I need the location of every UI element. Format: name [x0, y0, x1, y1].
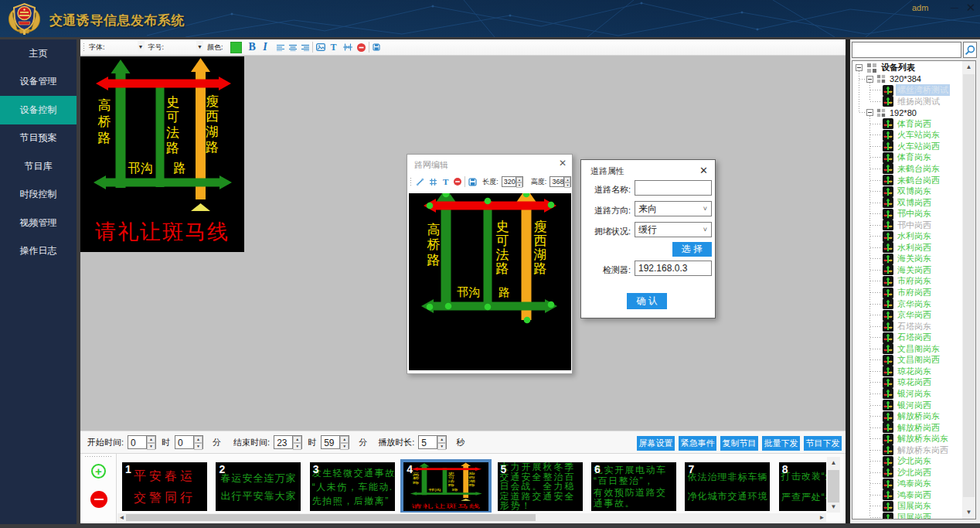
road-name-input[interactable] [635, 180, 712, 196]
tree-device-item[interactable]: 水利岗西 [883, 242, 933, 254]
insert-image-button[interactable] [316, 39, 325, 55]
tree-device-item[interactable]: 邗中岗东 [883, 208, 933, 220]
length-spinner[interactable]: 320 ▲▼ [502, 176, 523, 187]
spin-up-icon[interactable]: ▲ [437, 436, 446, 443]
sidebar-item-6[interactable]: 时段控制 [0, 181, 77, 209]
confirm-button[interactable]: 确 认 [627, 293, 667, 309]
start-minute-value[interactable]: 0 [175, 435, 193, 449]
spin-up-icon[interactable]: ▲ [340, 436, 349, 443]
spin-up-icon[interactable]: ▲ [516, 177, 522, 182]
frame-thumbnail-6[interactable]: 6扎实开展电动车“百日整治”，有效预防道路交通事故。 [591, 462, 676, 511]
scroll-right-icon[interactable]: ► [818, 513, 826, 522]
tree-device-item[interactable]: 海关岗东 [883, 253, 933, 264]
sidebar-item-2[interactable]: 设备管理 [0, 68, 77, 97]
tree-device-item[interactable]: 石塔岗东 [883, 321, 933, 332]
tree-device-item[interactable]: 鸿泰岗东 [883, 478, 933, 489]
tree-device-item[interactable]: 沙北岗西 [883, 467, 933, 479]
tree-device-item[interactable]: 市府岗东 [883, 275, 933, 287]
bold-button[interactable]: B [246, 39, 259, 55]
end-hour-value[interactable]: 23 [274, 435, 292, 449]
spin-down-icon[interactable]: ▼ [147, 443, 155, 450]
scroll-up-icon[interactable]: ▲ [827, 457, 840, 468]
device-search-button[interactable] [963, 42, 977, 58]
tree-device-item[interactable]: 解放桥岗西 [883, 422, 941, 434]
action-button-1[interactable]: 屏幕设置 [637, 436, 675, 451]
frames-horizontal-scrollbar[interactable]: ◄ ► [117, 513, 826, 522]
tree-device-item[interactable]: 双博岗西 [883, 197, 933, 209]
frame-thumbnail-3[interactable]: 3发生轻微交通事故“人未伤，车能动.先拍照，后撤离” [310, 462, 395, 511]
end-minute-value[interactable]: 59 [321, 435, 339, 449]
spin-down-icon[interactable]: ▼ [293, 443, 301, 450]
spin-down-icon[interactable]: ▼ [516, 182, 522, 188]
length-value[interactable]: 320 [502, 176, 516, 187]
tree-device-item[interactable]: 火车站岗东 [883, 129, 941, 141]
align-left-button[interactable] [277, 39, 284, 55]
close-icon[interactable]: ✕ [559, 158, 567, 169]
collapse-icon[interactable] [866, 109, 873, 116]
close-icon[interactable]: ✕ [699, 165, 708, 176]
action-button-5[interactable]: 节目下发 [804, 436, 842, 451]
tree-device-item[interactable]: 鸿泰岗西 [883, 489, 933, 501]
italic-button[interactable]: I [259, 39, 272, 55]
draw-line-button[interactable] [416, 174, 424, 189]
tree-device-item[interactable]: 来鹤台岗东 [883, 163, 941, 175]
tree-scrollbar[interactable]: ▲ ▼ [962, 61, 975, 519]
tree-device-item[interactable]: 石塔岗西 [883, 332, 933, 343]
close-button[interactable]: ✕ [963, 0, 978, 17]
sidebar-item-1[interactable]: 主页 [0, 39, 77, 68]
device-search-input[interactable] [852, 42, 961, 58]
scrollbar-thumb[interactable] [963, 74, 975, 497]
spin-up-icon[interactable]: ▲ [564, 177, 570, 182]
save-button[interactable] [468, 174, 477, 189]
color-swatch[interactable] [230, 42, 242, 53]
draw-road-button[interactable] [429, 174, 437, 189]
tree-group-320x384[interactable]: 320*384 [866, 73, 923, 85]
collapse-icon[interactable] [866, 76, 873, 83]
tree-device-item[interactable]: 双博岗东 [883, 186, 933, 197]
height-value[interactable]: 368 [550, 176, 563, 187]
font-combobox[interactable]: ▼ [105, 41, 145, 53]
tree-device-item[interactable]: 琼花岗西 [883, 376, 933, 388]
save-button[interactable] [373, 39, 380, 55]
align-center-button[interactable] [289, 39, 297, 55]
sidebar-item-5[interactable]: 节目库 [0, 152, 77, 181]
tree-group-192x80[interactable]: 192*80 [866, 107, 918, 118]
sidebar-item-3[interactable]: 设备控制 [0, 96, 77, 124]
tree-device-item[interactable]: 维扬岗测试 [883, 96, 941, 107]
collapse-icon[interactable] [856, 64, 863, 71]
start-hour-spinner[interactable]: 0 ▲▼ [128, 435, 156, 449]
align-right-button[interactable] [301, 39, 309, 55]
spin-down-icon[interactable]: ▼ [564, 182, 570, 188]
sidebar-item-8[interactable]: 操作日志 [0, 237, 77, 266]
tree-device-item[interactable]: 解放桥岗东 [883, 410, 941, 422]
spin-down-icon[interactable]: ▼ [194, 443, 202, 450]
end-hour-spinner[interactable]: 23 ▲▼ [274, 435, 302, 449]
scrollbar-thumb[interactable] [828, 470, 839, 502]
tree-device-item[interactable]: 京华岗西 [883, 309, 933, 321]
delete-forbid-button[interactable] [454, 174, 461, 189]
tree-device-item[interactable]: 银河岗西 [883, 400, 933, 411]
tree-device-item[interactable]: 邗中岗西 [883, 220, 933, 231]
insert-road-button[interactable] [343, 39, 352, 55]
sidebar-item-4[interactable]: 节目预案 [0, 124, 77, 153]
scroll-down-icon[interactable]: ▼ [962, 506, 975, 519]
start-hour-value[interactable]: 0 [128, 435, 146, 449]
spin-up-icon[interactable]: ▲ [147, 436, 155, 443]
draw-text-button[interactable]: T [443, 174, 448, 189]
scrollbar-thumb[interactable] [126, 514, 536, 521]
scroll-up-icon[interactable]: ▲ [962, 61, 975, 73]
tree-device-item[interactable]: 文昌阁岗西 [883, 354, 941, 366]
remove-frame-button[interactable] [90, 491, 107, 508]
tree-device-item[interactable]: 银河岗东 [883, 388, 933, 400]
spin-up-icon[interactable]: ▲ [194, 436, 202, 443]
frame-thumbnail-1[interactable]: 1平安春运交警同行 [122, 462, 207, 511]
tree-device-item[interactable]: 体育岗东 [883, 152, 933, 163]
spin-down-icon[interactable]: ▼ [340, 443, 349, 450]
tree-root[interactable]: 设备列表 [856, 62, 917, 73]
action-button-2[interactable]: 紧急事件 [679, 436, 716, 451]
frame-thumbnail-4[interactable]: 4高桥路史可法路瘦西湖路邗沟路请礼让斑马线 [403, 462, 488, 511]
tree-device-item[interactable]: 体育岗西 [883, 118, 933, 130]
tree-device-item[interactable]: 海关岗西 [883, 264, 933, 276]
tree-device-item[interactable]: 螺丝湾桥测试 [883, 84, 950, 96]
tree-device-item[interactable]: 解放桥东岗西 [883, 445, 950, 456]
